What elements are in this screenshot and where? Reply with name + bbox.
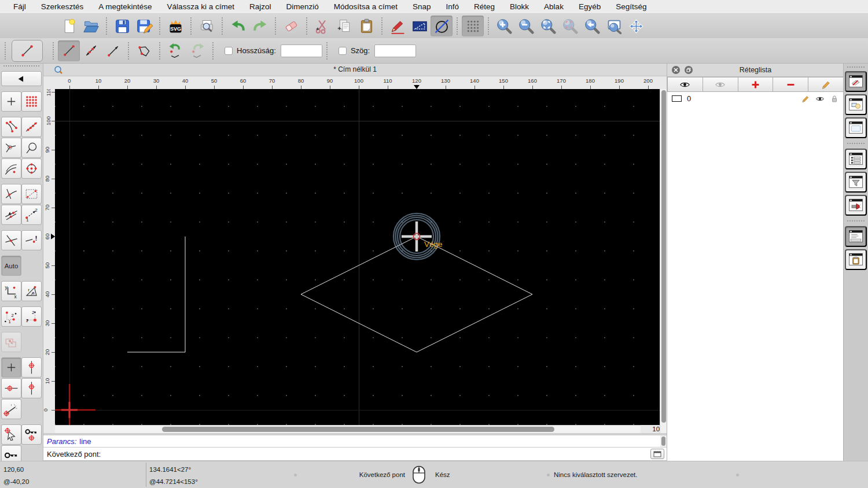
- zoom-prev-button[interactable]: [581, 16, 603, 36]
- toolbar-drag-handle[interactable]: [5, 42, 8, 60]
- menu-ablak[interactable]: Ablak: [536, 2, 571, 11]
- canvas-horizontal-scrollbar[interactable]: [55, 425, 641, 433]
- palette-drag-handle[interactable]: [3, 65, 39, 70]
- command-detach-button[interactable]: [650, 449, 664, 459]
- snap-grid-button[interactable]: [21, 91, 42, 112]
- two-lines-button[interactable]: [1, 205, 21, 225]
- zoom-select-button[interactable]: [559, 16, 581, 36]
- zoom-in-button[interactable]: [493, 16, 515, 36]
- zoom-auto-button[interactable]: [537, 16, 559, 36]
- command-history-scrollbar[interactable]: [660, 435, 667, 447]
- pink-shape-button[interactable]: [1, 332, 21, 352]
- snap-free-button[interactable]: [1, 91, 21, 112]
- cut-button[interactable]: [311, 16, 333, 36]
- undo-button[interactable]: [227, 16, 249, 36]
- canvas-vertical-scrollbar[interactable]: [660, 89, 667, 433]
- dock-command-button[interactable]: [845, 226, 867, 247]
- menu-r-teg[interactable]: Réteg: [466, 2, 502, 11]
- drawing-canvas[interactable]: Vége: [55, 89, 660, 425]
- layer-row[interactable]: 0: [667, 92, 844, 105]
- pen-button[interactable]: [387, 16, 409, 36]
- rel-dots-12-button[interactable]: 12: [21, 306, 42, 327]
- grid-button[interactable]: [462, 16, 484, 36]
- eye-gray-button[interactable]: [703, 77, 738, 92]
- snap-inter-manual-button[interactable]: [1, 184, 21, 204]
- line-button[interactable]: [58, 40, 80, 61]
- snap-intersection-button[interactable]: [21, 158, 42, 179]
- target-v-button[interactable]: [21, 378, 42, 398]
- plus-red-button[interactable]: [738, 77, 774, 92]
- polyline-button[interactable]: [133, 40, 155, 61]
- auto-snap-button[interactable]: Auto: [1, 256, 21, 276]
- dock-pen-wizard-button[interactable]: [845, 195, 867, 216]
- layer-color-swatch[interactable]: [672, 95, 682, 102]
- redo-seg-button[interactable]: [186, 40, 208, 61]
- menu-blokk[interactable]: Blokk: [502, 2, 536, 11]
- eraser-button[interactable]: [280, 16, 302, 36]
- pencil-button[interactable]: [808, 77, 844, 92]
- menu-snap[interactable]: Snap: [405, 2, 439, 11]
- pencil-icon[interactable]: [796, 94, 810, 103]
- menu-seg-ts-g[interactable]: Segítség: [608, 2, 654, 11]
- snap-center-button[interactable]: [1, 138, 21, 158]
- dock-entity-list-button[interactable]: [845, 149, 867, 169]
- paste-button[interactable]: [355, 16, 377, 36]
- key-button[interactable]: [1, 445, 21, 461]
- rel-corner-12-button[interactable]: 12: [1, 306, 21, 327]
- doc-new-button[interactable]: [58, 16, 80, 36]
- snap-endpoint-button[interactable]: [1, 117, 21, 137]
- undo-seg-button[interactable]: [164, 40, 186, 61]
- coord-xy-button[interactable]: yx: [1, 281, 21, 301]
- minus-red-button[interactable]: [773, 77, 808, 92]
- save-button[interactable]: [111, 16, 133, 36]
- snap-middle-button[interactable]: [21, 138, 42, 158]
- dock-blocks-button[interactable]: [845, 94, 867, 115]
- seq-12-button[interactable]: 12: [21, 205, 42, 225]
- menu-szerkeszt-s[interactable]: Szerkesztés: [34, 2, 91, 11]
- attributes-button[interactable]: [409, 16, 431, 36]
- command-input[interactable]: [101, 448, 650, 460]
- line-arrow-button[interactable]: [102, 40, 124, 61]
- key-target-button[interactable]: [21, 424, 42, 445]
- menu-egy-b[interactable]: Egyéb: [571, 2, 608, 11]
- copy-button[interactable]: [333, 16, 355, 36]
- snap-distance-button[interactable]: [1, 158, 21, 179]
- angle-gauge-button[interactable]: [1, 399, 21, 419]
- menu-inf-[interactable]: Infó: [439, 2, 467, 11]
- pan-button[interactable]: [625, 16, 647, 36]
- dock-layers-button[interactable]: [845, 71, 867, 92]
- snap-entity-button[interactable]: [21, 117, 42, 137]
- cross-x-button[interactable]: [1, 230, 21, 250]
- angle-checkbox[interactable]: [339, 47, 347, 55]
- circle-line-button[interactable]: [431, 16, 453, 36]
- menu-dimenzi-[interactable]: Dimenzió: [278, 2, 326, 11]
- angle-input[interactable]: [374, 45, 416, 57]
- crosshair-target-button[interactable]: [21, 357, 42, 378]
- menu-v-lassza-ki-a-c-met[interactable]: Válassza ki a címet: [160, 2, 242, 11]
- line-excl-button[interactable]: !: [21, 230, 42, 250]
- dock-library-button[interactable]: [845, 117, 867, 138]
- select-target-button[interactable]: [1, 424, 21, 445]
- save-as-button[interactable]: [133, 16, 155, 36]
- eye-icon[interactable]: [810, 94, 825, 103]
- folder-open-button[interactable]: [80, 16, 102, 36]
- zoom-out-button[interactable]: [515, 16, 537, 36]
- redo-button[interactable]: [249, 16, 271, 36]
- eye-button[interactable]: [667, 77, 703, 92]
- length-checkbox[interactable]: [225, 47, 233, 55]
- restrict-box-button[interactable]: [21, 184, 42, 204]
- dock-filter-button[interactable]: [845, 172, 867, 193]
- dock-clipboard-button[interactable]: [845, 249, 867, 270]
- menu-m-dos-tsa-a-c-met[interactable]: Módosítsa a címet: [326, 2, 405, 11]
- print-preview-button[interactable]: [196, 16, 218, 36]
- length-input[interactable]: [281, 45, 322, 57]
- menu-rajzol[interactable]: Rajzol: [242, 2, 279, 11]
- line-2arrow-button[interactable]: [80, 40, 102, 61]
- zoom-window-button[interactable]: [603, 16, 625, 36]
- palette-back-button[interactable]: [1, 71, 42, 86]
- menu-a-megtekint-se[interactable]: A megtekintése: [91, 2, 159, 11]
- lock-icon[interactable]: [825, 94, 839, 103]
- coord-polar-button[interactable]: ra: [21, 281, 42, 301]
- target-h-button[interactable]: [1, 378, 21, 398]
- dock-drag-handle[interactable]: [847, 66, 865, 68]
